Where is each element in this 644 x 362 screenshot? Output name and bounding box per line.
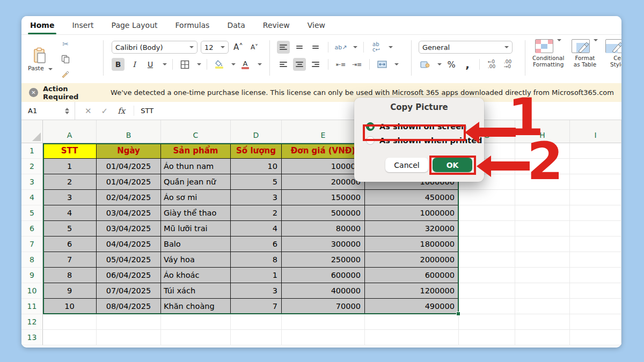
cell-D10[interactable]: 3 <box>231 283 282 299</box>
cell-F4[interactable]: 450000 <box>365 190 459 205</box>
format-painter-icon[interactable] <box>59 68 72 80</box>
paste-dropdown-chevron[interactable] <box>48 68 53 70</box>
cell-H11[interactable] <box>515 299 570 314</box>
cell-B8[interactable]: 05/04/2025 <box>97 252 161 268</box>
align-left-button[interactable] <box>277 58 290 71</box>
cell-C10[interactable]: Túi xách <box>161 283 231 299</box>
row-header-2[interactable]: 2 <box>21 159 43 174</box>
cell-A3[interactable]: 2 <box>43 174 97 190</box>
cell-A1[interactable]: STT <box>43 143 97 159</box>
cell-D4[interactable]: 3 <box>231 190 282 205</box>
column-header-A[interactable]: A <box>43 120 97 143</box>
cell-F7[interactable]: 1800000 <box>365 237 459 252</box>
cell-C12[interactable] <box>161 314 231 330</box>
cancel-entry-icon[interactable]: ✕ <box>85 106 92 116</box>
tab-home[interactable]: Home <box>30 21 54 29</box>
cell-D8[interactable]: 8 <box>231 252 282 268</box>
cell-B6[interactable]: 03/04/2025 <box>97 221 161 237</box>
cell-A2[interactable]: 1 <box>43 159 97 174</box>
cell-H12[interactable] <box>515 314 570 330</box>
row-header-5[interactable]: 5 <box>21 205 43 221</box>
cell-D3[interactable]: 5 <box>231 174 282 190</box>
cell-I12[interactable] <box>570 314 621 330</box>
formula-content[interactable]: STT <box>134 106 153 116</box>
orientation-icon[interactable]: ab↗ <box>334 41 347 54</box>
cell-E1[interactable]: Đơn giá (VNĐ) <box>282 143 365 159</box>
cell-G9[interactable] <box>459 268 515 283</box>
row-header-6[interactable]: 6 <box>21 221 43 237</box>
accounting-format-icon[interactable] <box>419 58 431 71</box>
cell-H4[interactable] <box>515 190 570 205</box>
cell-D13[interactable] <box>231 330 282 345</box>
cell-A9[interactable]: 8 <box>43 268 97 283</box>
cell-I4[interactable] <box>570 190 621 205</box>
cell-F10[interactable]: 1200000 <box>365 283 459 299</box>
select-all-corner[interactable] <box>21 120 43 143</box>
cell-H8[interactable] <box>515 252 570 268</box>
column-header-E[interactable]: E <box>282 120 365 143</box>
cell-G12[interactable] <box>459 314 515 330</box>
cell-E8[interactable]: 250000 <box>282 252 365 268</box>
cell-E7[interactable]: 300000 <box>282 237 365 252</box>
row-header-9[interactable]: 9 <box>21 268 43 283</box>
radio-icon[interactable] <box>366 136 375 145</box>
cell-I10[interactable] <box>570 283 621 299</box>
increase-decimal-icon[interactable]: ←0.00 <box>485 58 498 71</box>
fill-color-dropdown-chevron[interactable] <box>231 63 236 65</box>
fill-color-icon[interactable] <box>213 58 225 71</box>
cell-I6[interactable] <box>570 221 621 237</box>
font-size-select[interactable]: 12 <box>201 41 229 54</box>
cell-D7[interactable]: 6 <box>231 237 282 252</box>
column-header-B[interactable]: B <box>97 120 161 143</box>
cell-H13[interactable] <box>515 330 570 345</box>
align-bottom-button[interactable] <box>309 41 322 54</box>
cell-G10[interactable] <box>459 283 515 299</box>
cell-B10[interactable]: 07/04/2025 <box>97 283 161 299</box>
copy-icon[interactable] <box>59 53 72 65</box>
borders-icon[interactable] <box>178 58 191 71</box>
cell-D9[interactable]: 1 <box>231 268 282 283</box>
cell-D11[interactable]: 7 <box>231 299 282 314</box>
cell-E4[interactable]: 150000 <box>282 190 365 205</box>
font-name-select[interactable]: Calibri (Body) <box>112 41 197 54</box>
percent-style-button[interactable]: % <box>445 58 458 71</box>
borders-dropdown-chevron[interactable] <box>197 63 201 65</box>
row-header-7[interactable]: 7 <box>21 237 43 252</box>
cell-B7[interactable]: 04/04/2025 <box>97 237 161 252</box>
cell-A6[interactable]: 5 <box>43 221 97 237</box>
cell-I11[interactable] <box>570 299 621 314</box>
cell-E9[interactable]: 600000 <box>282 268 365 283</box>
cell-F12[interactable] <box>365 314 459 330</box>
wrap-text-dropdown-chevron[interactable] <box>389 46 393 48</box>
cell-E10[interactable]: 400000 <box>282 283 365 299</box>
cell-B4[interactable]: 02/04/2025 <box>97 190 161 205</box>
cell-I2[interactable] <box>570 159 621 174</box>
increase-font-size-button[interactable]: A˄ <box>232 41 245 54</box>
cell-C13[interactable] <box>161 330 231 345</box>
row-header-13[interactable]: 13 <box>21 330 43 345</box>
decrease-indent-icon[interactable]: ⇤≡ <box>334 58 347 71</box>
cell-E5[interactable]: 500000 <box>282 205 365 221</box>
cell-B12[interactable] <box>97 314 161 330</box>
align-middle-button[interactable] <box>293 41 306 54</box>
name-box[interactable]: A1 <box>21 102 75 120</box>
cell-I13[interactable] <box>570 330 621 345</box>
cell-I8[interactable] <box>570 252 621 268</box>
decrease-decimal-icon[interactable]: .00→0 <box>501 58 514 71</box>
cell-G6[interactable] <box>459 221 515 237</box>
insert-function-icon[interactable]: fx <box>118 106 125 116</box>
underline-dropdown-chevron[interactable] <box>163 63 167 65</box>
tab-page-layout[interactable]: Page Layout <box>112 21 158 29</box>
cell-F8[interactable]: 2000000 <box>365 252 459 268</box>
cell-A8[interactable]: 7 <box>43 252 97 268</box>
cell-I9[interactable] <box>570 268 621 283</box>
cell-A4[interactable]: 3 <box>43 190 97 205</box>
radio-icon[interactable] <box>366 122 375 131</box>
font-color-dropdown-chevron[interactable] <box>258 63 262 65</box>
bold-button[interactable]: B <box>112 58 125 71</box>
cell-C1[interactable]: Sản phẩm <box>161 143 231 159</box>
paste-button[interactable]: Paste <box>28 47 53 72</box>
cell-G13[interactable] <box>459 330 515 345</box>
confirm-entry-icon[interactable]: ✓ <box>101 106 108 116</box>
cell-E13[interactable] <box>282 330 365 345</box>
